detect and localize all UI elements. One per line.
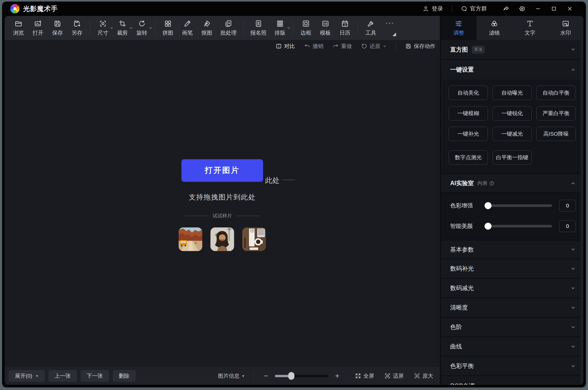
section-digital-fill-light[interactable]: 数码补光 bbox=[441, 259, 583, 279]
section-clarity[interactable]: 清晰度 bbox=[441, 298, 583, 318]
section-rgb-tone[interactable]: RGB色调 bbox=[441, 376, 583, 385]
cutout-button[interactable]: 抠图 bbox=[197, 18, 217, 38]
sample-image-canyon[interactable] bbox=[179, 227, 202, 251]
browse-button[interactable]: 浏览 bbox=[9, 18, 28, 38]
smart-beautify-slider[interactable] bbox=[486, 225, 552, 227]
save-button[interactable]: 保存 bbox=[48, 18, 67, 38]
tab-text[interactable]: 文字 bbox=[512, 16, 548, 40]
digital-spot-metering-button[interactable]: 数字点测光 bbox=[449, 150, 488, 165]
redo-button[interactable]: 重做 bbox=[333, 43, 352, 50]
redo-icon bbox=[333, 43, 339, 49]
login-button[interactable]: 登录 bbox=[422, 5, 443, 13]
border-button[interactable]: 边框 bbox=[296, 18, 316, 38]
official-group-button[interactable]: 官方群 bbox=[461, 5, 487, 13]
chevron-down-icon[interactable] bbox=[383, 44, 387, 48]
image-info-button[interactable]: 图片信息 ▼ bbox=[218, 372, 245, 379]
chevron-down-icon[interactable] bbox=[571, 305, 576, 310]
sample-image-portrait[interactable] bbox=[210, 227, 234, 251]
high-iso-denoise-button[interactable]: 高ISO降噪 bbox=[536, 127, 576, 141]
close-button[interactable] bbox=[562, 3, 578, 14]
one-click-blur-button[interactable]: 一键模糊 bbox=[449, 106, 488, 121]
maximize-button[interactable] bbox=[546, 3, 562, 14]
brush-button[interactable]: 画笔 bbox=[178, 18, 197, 38]
save-as-button[interactable]: 另存 bbox=[67, 18, 87, 38]
one-click-sharpen-button[interactable]: 一键锐化 bbox=[493, 106, 532, 121]
section-curves[interactable]: 曲线 bbox=[441, 337, 583, 357]
one-click-section-header[interactable]: 一键设置 bbox=[441, 60, 583, 79]
settings-button[interactable] bbox=[514, 3, 530, 14]
open-image-button[interactable]: 打开图片 bbox=[181, 159, 263, 182]
chevron-down-icon[interactable] bbox=[287, 26, 291, 30]
original-size-button[interactable]: 原大 bbox=[414, 372, 433, 379]
delete-image-button[interactable]: 删除 bbox=[113, 370, 136, 382]
more-tools-button[interactable]: ··· bbox=[381, 18, 399, 38]
id-photo-button[interactable]: 报名照 bbox=[247, 18, 270, 38]
section-label: 色阶 bbox=[450, 323, 462, 331]
tab-filters[interactable]: 滤镜 bbox=[477, 16, 512, 40]
collage-icon bbox=[164, 20, 172, 27]
zoom-slider-thumb[interactable] bbox=[288, 372, 294, 380]
one-click-fill-light-button[interactable]: 一键补光 bbox=[449, 127, 488, 141]
zoom-out-button[interactable]: − bbox=[263, 372, 269, 380]
zoom-slider[interactable] bbox=[275, 375, 328, 377]
pen-nib-icon bbox=[203, 20, 211, 27]
auto-white-balance-button[interactable]: 自动白平衡 bbox=[536, 86, 576, 100]
sample-image-desk[interactable] bbox=[242, 227, 266, 251]
chevron-up-icon[interactable] bbox=[571, 67, 576, 72]
ai-lab-section-header[interactable]: AI实验室 内测 bbox=[441, 173, 583, 193]
color-enhance-slider[interactable] bbox=[486, 204, 552, 207]
panel-scrollbar[interactable] bbox=[581, 40, 583, 385]
section-color-balance[interactable]: 色彩平衡 bbox=[441, 357, 583, 376]
section-basic-params[interactable]: 基本参数 bbox=[441, 240, 583, 259]
one-click-dim-light-button[interactable]: 一键减光 bbox=[493, 127, 532, 141]
restore-button[interactable]: 还原 bbox=[361, 43, 387, 50]
login-label: 登录 bbox=[432, 5, 443, 13]
help-icon[interactable] bbox=[489, 181, 494, 186]
auto-beautify-button[interactable]: 自动美化 bbox=[449, 86, 488, 100]
smart-beautify-value[interactable]: 0 bbox=[559, 220, 576, 232]
tab-watermark[interactable]: 水印 bbox=[548, 16, 583, 40]
expand-filmstrip-button[interactable]: 展开(0) ▼ bbox=[9, 370, 45, 382]
chevron-down-icon[interactable] bbox=[571, 247, 576, 252]
tab-adjust[interactable]: 调整 bbox=[441, 16, 477, 40]
open-button[interactable]: 打开 bbox=[28, 18, 48, 38]
chevron-up-icon[interactable] bbox=[571, 181, 576, 186]
histogram-section-header[interactable]: 直方图 置顶 bbox=[441, 40, 583, 60]
chevron-down-icon[interactable] bbox=[571, 325, 576, 330]
fullscreen-button[interactable]: 全屏 bbox=[355, 372, 374, 379]
share-button[interactable] bbox=[498, 3, 514, 14]
section-digital-dim-light[interactable]: 数码减光 bbox=[441, 279, 583, 298]
tools-button[interactable]: 工具 bbox=[361, 18, 381, 38]
save-action-button[interactable]: 保存动作 bbox=[405, 43, 435, 50]
calendar-button[interactable]: 12 日历 bbox=[335, 18, 355, 38]
minimize-button[interactable] bbox=[530, 3, 546, 14]
color-enhance-value[interactable]: 0 bbox=[559, 200, 576, 212]
chevron-down-icon[interactable] bbox=[571, 47, 576, 52]
chevron-down-icon[interactable] bbox=[571, 364, 576, 369]
white-balance-one-key-button[interactable]: 白平衡一指键 bbox=[493, 150, 532, 165]
fullscreen-icon bbox=[355, 373, 361, 379]
rotate-button[interactable]: 旋转 bbox=[132, 18, 152, 38]
layout-button[interactable]: 排版 bbox=[270, 18, 290, 38]
section-levels[interactable]: 色阶 bbox=[441, 318, 583, 337]
slider-thumb[interactable] bbox=[485, 202, 491, 209]
batch-button[interactable]: 批处理 bbox=[217, 18, 240, 38]
auto-exposure-button[interactable]: 自动曝光 bbox=[493, 86, 532, 100]
previous-image-button[interactable]: 上一张 bbox=[49, 370, 77, 382]
undo-button[interactable]: 撤销 bbox=[304, 43, 323, 50]
chevron-down-icon[interactable] bbox=[571, 266, 576, 271]
collage-button[interactable]: 拼图 bbox=[158, 18, 178, 38]
chevron-down-icon[interactable] bbox=[149, 26, 153, 30]
severe-white-balance-button[interactable]: 严重白平衡 bbox=[536, 106, 576, 121]
compare-button[interactable]: 对比 bbox=[276, 43, 295, 50]
chevron-down-icon[interactable] bbox=[571, 344, 576, 349]
zoom-in-button[interactable]: + bbox=[334, 372, 341, 380]
chevron-down-icon[interactable] bbox=[571, 383, 576, 385]
chevron-down-icon[interactable] bbox=[571, 286, 576, 291]
resize-button[interactable]: 尺寸 bbox=[93, 18, 113, 38]
fit-screen-button[interactable]: 适屏 bbox=[384, 372, 404, 379]
next-image-button[interactable]: 下一张 bbox=[81, 370, 109, 382]
template-button[interactable]: 模板 bbox=[316, 18, 335, 38]
slider-thumb[interactable] bbox=[485, 223, 491, 230]
crop-button[interactable]: 裁剪 bbox=[113, 18, 132, 38]
